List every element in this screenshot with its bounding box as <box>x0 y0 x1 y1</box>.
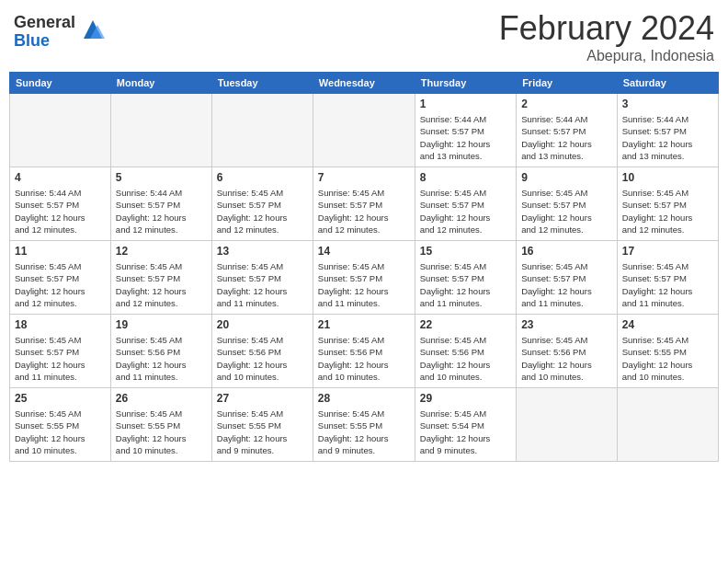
calendar-cell: 8Sunrise: 5:45 AM Sunset: 5:57 PM Daylig… <box>415 167 516 241</box>
calendar-cell: 14Sunrise: 5:45 AM Sunset: 5:57 PM Dayli… <box>313 241 415 315</box>
day-info: Sunrise: 5:44 AM Sunset: 5:57 PM Dayligh… <box>116 187 207 236</box>
calendar-header-row: SundayMondayTuesdayWednesdayThursdayFrid… <box>10 73 719 94</box>
calendar-cell: 25Sunrise: 5:45 AM Sunset: 5:55 PM Dayli… <box>10 388 111 462</box>
calendar-cell: 5Sunrise: 5:44 AM Sunset: 5:57 PM Daylig… <box>110 167 211 241</box>
day-number: 13 <box>217 245 308 258</box>
day-number: 14 <box>318 245 410 258</box>
calendar-week-row: 25Sunrise: 5:45 AM Sunset: 5:55 PM Dayli… <box>10 388 719 462</box>
day-number: 20 <box>217 318 308 331</box>
calendar-cell: 6Sunrise: 5:45 AM Sunset: 5:57 PM Daylig… <box>211 167 313 241</box>
calendar-cell: 18Sunrise: 5:45 AM Sunset: 5:57 PM Dayli… <box>10 315 111 388</box>
day-number: 2 <box>521 98 612 110</box>
day-number: 7 <box>318 171 410 184</box>
day-number: 6 <box>217 171 308 184</box>
calendar-cell: 4Sunrise: 5:44 AM Sunset: 5:57 PM Daylig… <box>10 167 111 241</box>
calendar-cell: 28Sunrise: 5:45 AM Sunset: 5:55 PM Dayli… <box>313 388 415 462</box>
day-number: 19 <box>116 318 207 331</box>
calendar-cell: 24Sunrise: 5:45 AM Sunset: 5:55 PM Dayli… <box>617 315 718 388</box>
day-number: 16 <box>521 245 612 258</box>
calendar-cell: 20Sunrise: 5:45 AM Sunset: 5:56 PM Dayli… <box>211 315 313 388</box>
calendar-cell: 29Sunrise: 5:45 AM Sunset: 5:54 PM Dayli… <box>415 388 516 462</box>
day-number: 27 <box>217 392 308 405</box>
day-number: 3 <box>622 98 713 110</box>
calendar-cell: 21Sunrise: 5:45 AM Sunset: 5:56 PM Dayli… <box>313 315 415 388</box>
calendar-header-tuesday: Tuesday <box>211 73 313 94</box>
day-number: 10 <box>622 171 713 184</box>
day-info: Sunrise: 5:45 AM Sunset: 5:57 PM Dayligh… <box>521 187 612 236</box>
day-number: 18 <box>15 318 106 331</box>
calendar-cell: 3Sunrise: 5:44 AM Sunset: 5:57 PM Daylig… <box>617 94 718 167</box>
calendar-cell <box>110 94 211 167</box>
month-title: February 2024 <box>499 9 714 48</box>
day-number: 15 <box>420 245 511 258</box>
calendar-cell: 13Sunrise: 5:45 AM Sunset: 5:57 PM Dayli… <box>211 241 313 315</box>
day-info: Sunrise: 5:45 AM Sunset: 5:57 PM Dayligh… <box>622 187 713 236</box>
day-info: Sunrise: 5:45 AM Sunset: 5:55 PM Dayligh… <box>116 408 207 456</box>
day-number: 21 <box>318 318 410 331</box>
day-info: Sunrise: 5:44 AM Sunset: 5:57 PM Dayligh… <box>622 113 713 162</box>
day-info: Sunrise: 5:45 AM Sunset: 5:56 PM Dayligh… <box>420 334 511 383</box>
day-info: Sunrise: 5:45 AM Sunset: 5:57 PM Dayligh… <box>318 260 410 309</box>
day-info: Sunrise: 5:45 AM Sunset: 5:55 PM Dayligh… <box>318 408 410 456</box>
day-info: Sunrise: 5:45 AM Sunset: 5:56 PM Dayligh… <box>116 334 207 383</box>
day-info: Sunrise: 5:45 AM Sunset: 5:56 PM Dayligh… <box>217 334 308 383</box>
calendar-cell: 9Sunrise: 5:45 AM Sunset: 5:57 PM Daylig… <box>517 167 618 241</box>
calendar-cell: 11Sunrise: 5:45 AM Sunset: 5:57 PM Dayli… <box>10 241 111 315</box>
day-info: Sunrise: 5:45 AM Sunset: 5:56 PM Dayligh… <box>318 334 410 383</box>
day-info: Sunrise: 5:45 AM Sunset: 5:57 PM Dayligh… <box>217 260 308 309</box>
header: General Blue February 2024 Abepura, Indo… <box>9 9 719 64</box>
day-number: 24 <box>622 318 713 331</box>
logo-blue: Blue <box>14 32 75 51</box>
day-info: Sunrise: 5:45 AM Sunset: 5:55 PM Dayligh… <box>622 334 713 383</box>
calendar-header-monday: Monday <box>110 73 211 94</box>
day-info: Sunrise: 5:45 AM Sunset: 5:56 PM Dayligh… <box>521 334 612 383</box>
calendar-table: SundayMondayTuesdayWednesdayThursdayFrid… <box>9 72 719 462</box>
calendar-cell: 26Sunrise: 5:45 AM Sunset: 5:55 PM Dayli… <box>110 388 211 462</box>
logo-general: General <box>14 14 75 32</box>
day-info: Sunrise: 5:45 AM Sunset: 5:57 PM Dayligh… <box>521 260 612 309</box>
calendar-cell: 23Sunrise: 5:45 AM Sunset: 5:56 PM Dayli… <box>517 315 618 388</box>
day-info: Sunrise: 5:45 AM Sunset: 5:55 PM Dayligh… <box>15 408 106 456</box>
calendar-header-saturday: Saturday <box>617 73 718 94</box>
logo-icon <box>79 16 107 43</box>
day-info: Sunrise: 5:45 AM Sunset: 5:57 PM Dayligh… <box>217 187 308 236</box>
day-info: Sunrise: 5:45 AM Sunset: 5:55 PM Dayligh… <box>217 408 308 456</box>
calendar-cell: 7Sunrise: 5:45 AM Sunset: 5:57 PM Daylig… <box>313 167 415 241</box>
calendar-cell <box>313 94 415 167</box>
day-number: 25 <box>15 392 106 405</box>
calendar-header-sunday: Sunday <box>10 73 111 94</box>
calendar-cell: 22Sunrise: 5:45 AM Sunset: 5:56 PM Dayli… <box>415 315 516 388</box>
day-info: Sunrise: 5:45 AM Sunset: 5:57 PM Dayligh… <box>15 260 106 309</box>
day-info: Sunrise: 5:45 AM Sunset: 5:57 PM Dayligh… <box>318 187 410 236</box>
calendar-cell <box>10 94 111 167</box>
day-number: 5 <box>116 171 207 184</box>
day-number: 23 <box>521 318 612 331</box>
day-number: 17 <box>622 245 713 258</box>
calendar-cell: 16Sunrise: 5:45 AM Sunset: 5:57 PM Dayli… <box>517 241 618 315</box>
day-info: Sunrise: 5:44 AM Sunset: 5:57 PM Dayligh… <box>15 187 106 236</box>
calendar-cell: 17Sunrise: 5:45 AM Sunset: 5:57 PM Dayli… <box>617 241 718 315</box>
day-number: 11 <box>15 245 106 258</box>
calendar-week-row: 4Sunrise: 5:44 AM Sunset: 5:57 PM Daylig… <box>10 167 719 241</box>
calendar-cell: 10Sunrise: 5:45 AM Sunset: 5:57 PM Dayli… <box>617 167 718 241</box>
day-info: Sunrise: 5:45 AM Sunset: 5:57 PM Dayligh… <box>116 260 207 309</box>
calendar-cell: 27Sunrise: 5:45 AM Sunset: 5:55 PM Dayli… <box>211 388 313 462</box>
day-number: 12 <box>116 245 207 258</box>
calendar-header-wednesday: Wednesday <box>313 73 415 94</box>
day-number: 4 <box>15 171 106 184</box>
day-number: 26 <box>116 392 207 405</box>
day-number: 22 <box>420 318 511 331</box>
calendar-week-row: 11Sunrise: 5:45 AM Sunset: 5:57 PM Dayli… <box>10 241 719 315</box>
title-area: February 2024 Abepura, Indonesia <box>499 9 714 64</box>
calendar-cell <box>517 388 618 462</box>
calendar-cell <box>211 94 313 167</box>
day-info: Sunrise: 5:45 AM Sunset: 5:57 PM Dayligh… <box>420 187 511 236</box>
calendar-cell: 1Sunrise: 5:44 AM Sunset: 5:57 PM Daylig… <box>415 94 516 167</box>
logo: General Blue <box>14 14 107 51</box>
calendar-week-row: 1Sunrise: 5:44 AM Sunset: 5:57 PM Daylig… <box>10 94 719 167</box>
calendar-cell: 12Sunrise: 5:45 AM Sunset: 5:57 PM Dayli… <box>110 241 211 315</box>
day-number: 9 <box>521 171 612 184</box>
day-number: 28 <box>318 392 410 405</box>
calendar-cell: 2Sunrise: 5:44 AM Sunset: 5:57 PM Daylig… <box>517 94 618 167</box>
day-info: Sunrise: 5:44 AM Sunset: 5:57 PM Dayligh… <box>420 113 511 162</box>
